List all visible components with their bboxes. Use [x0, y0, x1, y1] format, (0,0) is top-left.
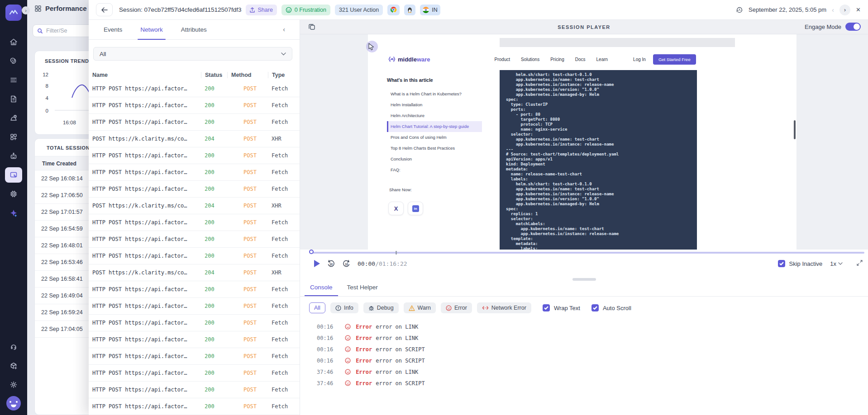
tab-console[interactable]: Console	[310, 284, 333, 296]
error-face-icon	[339, 335, 351, 341]
network-request-row[interactable]: HTTP POST https://api.factor…200POSTFetc…	[89, 331, 300, 348]
back-button[interactable]	[96, 3, 113, 16]
console-log-entry: 00:16Errorerror on LINK	[300, 332, 868, 344]
fullscreen-icon[interactable]	[857, 259, 863, 268]
wrap-text-checkbox[interactable]	[543, 304, 550, 311]
alerts-icon[interactable]	[5, 110, 22, 126]
middleware-logo[interactable]	[5, 5, 22, 21]
console-filter-debug[interactable]: Debug	[363, 302, 399, 313]
log-time: 00:16	[317, 346, 333, 353]
network-request-row[interactable]: HTTP POST https://api.factor…200POSTFetc…	[89, 147, 300, 164]
close-icon[interactable]: ✕	[856, 6, 861, 13]
skip-inactive-checkbox[interactable]	[778, 260, 785, 267]
logs-icon[interactable]	[5, 72, 22, 88]
sidebar-expand-button[interactable]: ›	[22, 6, 30, 14]
network-request-row[interactable]: POST https://k.clarity.ms/co…204POSTXHR	[89, 264, 300, 281]
request-name: HTTP POST https://api.factor…	[89, 253, 201, 259]
network-request-row[interactable]: HTTP POST https://api.factor…200POSTFetc…	[89, 214, 300, 231]
network-request-row[interactable]: HTTP POST https://api.factor…200POSTFetc…	[89, 181, 300, 198]
profile-avatar[interactable]	[6, 396, 21, 410]
timeline-track[interactable]	[312, 252, 864, 254]
request-type: Fetch	[268, 320, 300, 326]
request-status: 200	[201, 152, 227, 159]
request-method: POST	[227, 269, 268, 276]
timeline-handle[interactable]	[309, 250, 314, 254]
play-button[interactable]	[314, 260, 320, 267]
error-face-icon	[339, 358, 351, 363]
request-type: Fetch	[268, 169, 300, 175]
network-request-row[interactable]: HTTP POST https://api.factor…200POSTFetc…	[89, 315, 300, 331]
console-filters: AllInfoDebugWarnErrorNetwork Error Wrap …	[300, 297, 868, 319]
tab-events[interactable]: Events	[104, 20, 122, 40]
request-name: POST https://k.clarity.ms/co…	[89, 203, 201, 209]
arrow-left-icon	[101, 7, 108, 13]
network-request-row[interactable]: HTTP POST https://api.factor…200POSTFetc…	[89, 231, 300, 248]
network-request-row[interactable]: HTTP POST https://api.factor…200POSTFetc…	[89, 248, 300, 264]
auto-scroll-checkbox[interactable]	[591, 304, 599, 311]
search-icon	[37, 28, 43, 34]
forward-10-button[interactable]: 10	[342, 259, 351, 268]
install-icon[interactable]	[5, 358, 22, 373]
network-request-row[interactable]: HTTP POST https://api.factor…200POSTFetc…	[89, 298, 300, 315]
log-message: error on SCRIPT	[376, 358, 424, 364]
performance-page-title: Performance	[34, 5, 87, 12]
rewind-10-button[interactable]: 10	[327, 259, 335, 268]
request-status: 200	[201, 370, 227, 376]
ai-sparkle-icon[interactable]	[5, 205, 22, 221]
network-request-row[interactable]: HTTP POST https://api.factor…200POSTFetc…	[89, 348, 300, 365]
share-icon	[250, 7, 255, 13]
log-time: 37:46	[317, 369, 333, 375]
request-method: POST	[227, 236, 268, 242]
network-filter-select[interactable]: All	[93, 47, 292, 61]
collapse-panel-icon[interactable]: ‹	[283, 26, 285, 33]
network-request-row[interactable]: POST https://k.clarity.ms/co…204POSTXHR	[89, 131, 300, 147]
support-icon[interactable]	[5, 339, 22, 354]
engage-mode-toggle[interactable]	[845, 23, 861, 31]
tab-test-helper[interactable]: Test Helper	[347, 284, 378, 296]
share-button[interactable]: Share	[246, 5, 277, 15]
toc-item: Conclusion	[387, 154, 482, 165]
console-filter-all[interactable]: All	[309, 302, 325, 313]
home-icon[interactable]	[5, 34, 22, 50]
request-type: Fetch	[268, 152, 300, 159]
network-request-row[interactable]: HTTP POST https://api.factor…200POSTFetc…	[89, 80, 300, 97]
playback-speed-select[interactable]: 1x	[830, 260, 843, 267]
network-request-row[interactable]: HTTP POST https://api.factor…200POSTFetc…	[89, 114, 300, 131]
network-request-row[interactable]: HTTP POST https://api.factor…200POSTFetc…	[89, 97, 300, 114]
reports-icon[interactable]	[5, 91, 22, 107]
page-nav-link: Product	[495, 57, 510, 62]
network-request-row[interactable]: HTTP POST https://api.factor…200POSTFetc…	[89, 382, 300, 398]
network-request-row[interactable]: POST https://k.clarity.ms/co…204POSTXHR	[89, 198, 300, 214]
console-filter-warn[interactable]: Warn	[404, 302, 436, 313]
app-sidebar	[0, 0, 27, 415]
network-request-row[interactable]: HTTP POST https://api.factor…200POSTFetc…	[89, 365, 300, 382]
request-status: 200	[201, 403, 227, 410]
india-flag-icon	[423, 7, 429, 13]
network-request-row[interactable]: HTTP POST https://api.factor…200POSTFetc…	[89, 398, 300, 415]
request-status: 204	[201, 269, 227, 276]
country-badge: IN	[420, 5, 440, 15]
next-session-button[interactable]: ›	[839, 5, 850, 15]
previous-session-button[interactable]: ‹	[832, 6, 834, 14]
bot-icon[interactable]	[5, 148, 22, 164]
tab-network[interactable]: Network	[140, 20, 163, 40]
console-resize-handle[interactable]	[572, 278, 596, 281]
network-request-row[interactable]: HTTP POST https://api.factor…200POSTFetc…	[89, 164, 300, 181]
console-filter-error[interactable]: Error	[441, 302, 472, 313]
tab-attributes[interactable]: Attributes	[181, 20, 207, 40]
settings-icon[interactable]	[5, 377, 22, 392]
request-name: HTTP POST https://api.factor…	[89, 186, 201, 192]
request-method: POST	[227, 286, 268, 292]
network-request-row[interactable]: HTTP POST https://api.factor…200POSTFetc…	[89, 281, 300, 298]
refresh-clock-icon[interactable]	[736, 6, 743, 14]
share-now-label: Share Now:	[389, 187, 412, 192]
session-replay-icon[interactable]	[5, 167, 22, 183]
console-filter-info[interactable]: Info	[330, 302, 358, 313]
session-datetime[interactable]: September 22, 2025, 5:05 pm	[749, 6, 826, 13]
linux-icon	[407, 7, 413, 13]
column-name: Name	[89, 72, 201, 78]
console-filter-network-error[interactable]: Network Error	[477, 302, 531, 313]
infrastructure-icon[interactable]	[5, 186, 22, 202]
integrations-icon[interactable]	[5, 129, 22, 145]
usage-icon[interactable]	[5, 53, 22, 69]
